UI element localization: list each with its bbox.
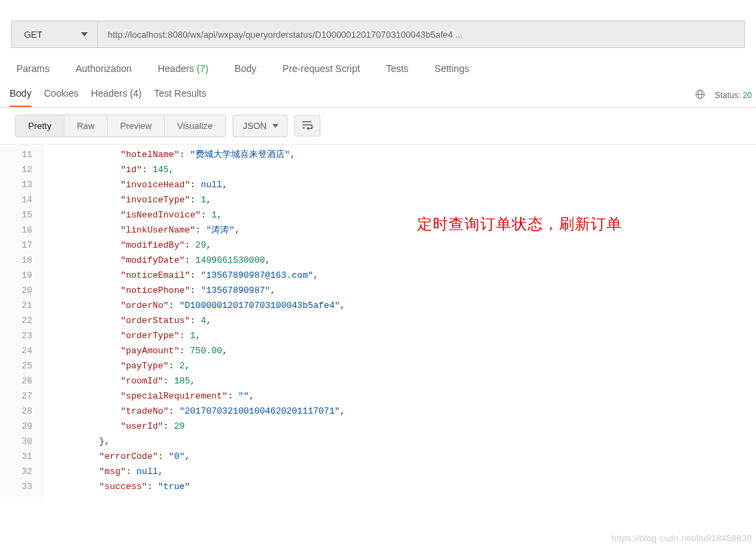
request-url-input[interactable]: http://localhost:8080/wx/api/wxpay/query… bbox=[98, 21, 744, 47]
resp-tab-test-results[interactable]: Test Results bbox=[154, 82, 206, 107]
view-mode-group: Pretty Raw Preview Visualize bbox=[15, 115, 226, 137]
response-status: Status: 20 bbox=[695, 89, 756, 107]
line-gutter: 1112131415161718192021222324252627282930… bbox=[0, 145, 43, 497]
request-bar: GET http://localhost:8080/wx/api/wxpay/q… bbox=[11, 21, 745, 48]
status-value: 20 bbox=[743, 91, 752, 100]
http-method-select[interactable]: GET bbox=[12, 21, 98, 47]
response-body-viewer[interactable]: 1112131415161718192021222324252627282930… bbox=[0, 145, 756, 497]
status-label: Status: bbox=[715, 91, 740, 100]
tab-params[interactable]: Params bbox=[16, 63, 49, 74]
tab-headers-count: (7) bbox=[197, 63, 209, 74]
tab-body[interactable]: Body bbox=[235, 63, 257, 74]
response-tabs: Body Cookies Headers (4) Test Results bbox=[10, 82, 206, 107]
response-view-toolbar: Pretty Raw Preview Visualize JSON bbox=[0, 108, 756, 145]
tab-tests[interactable]: Tests bbox=[386, 63, 409, 74]
response-header-row: Body Cookies Headers (4) Test Results St… bbox=[0, 82, 756, 108]
tab-settings[interactable]: Settings bbox=[434, 63, 469, 74]
request-tabs: Params Authorization Headers (7) Body Pr… bbox=[0, 48, 756, 82]
wrap-icon bbox=[302, 121, 313, 132]
resp-tab-headers[interactable]: Headers (4) bbox=[91, 82, 142, 107]
code-content[interactable]: "hotelName": "费城大学城喜来登酒店", "id": 145, "i… bbox=[43, 145, 756, 497]
view-preview-button[interactable]: Preview bbox=[108, 115, 165, 136]
resp-tab-headers-label: Headers bbox=[91, 88, 128, 99]
wrap-lines-button[interactable] bbox=[294, 115, 320, 136]
tab-authorization[interactable]: Authorization bbox=[75, 63, 132, 74]
format-select[interactable]: JSON bbox=[233, 115, 287, 137]
chevron-down-icon bbox=[272, 121, 279, 131]
http-method-label: GET bbox=[24, 29, 43, 40]
resp-tab-cookies[interactable]: Cookies bbox=[44, 82, 79, 107]
view-raw-button[interactable]: Raw bbox=[64, 115, 108, 136]
annotation-text: 定时查询订单状态，刷新订单 bbox=[417, 214, 622, 235]
tab-prerequest[interactable]: Pre-request Script bbox=[283, 63, 360, 74]
globe-icon[interactable] bbox=[695, 89, 705, 102]
tab-headers-label: Headers bbox=[158, 63, 194, 74]
tab-headers[interactable]: Headers (7) bbox=[158, 63, 209, 74]
resp-tab-headers-count: (4) bbox=[130, 88, 141, 99]
format-select-label: JSON bbox=[243, 121, 267, 131]
view-visualize-button[interactable]: Visualize bbox=[165, 115, 225, 136]
watermark-text: https://blog.csdn.net/liu918458630 bbox=[611, 533, 752, 543]
resp-tab-body[interactable]: Body bbox=[10, 82, 32, 107]
chevron-down-icon bbox=[81, 29, 88, 40]
view-pretty-button[interactable]: Pretty bbox=[16, 115, 64, 136]
